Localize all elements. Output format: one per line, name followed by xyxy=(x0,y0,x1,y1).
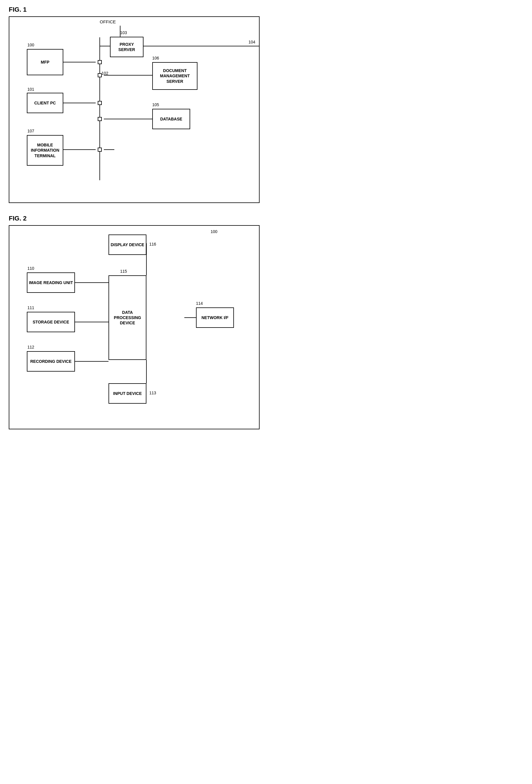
network-ref: 114 xyxy=(196,301,203,306)
fig2-container: 100 IMAGE READING UNIT 110 STORAGE DEVIC… xyxy=(9,225,259,429)
connector-doc xyxy=(98,73,102,77)
proxy-server-ref: 103 xyxy=(120,30,127,35)
input-ref: 113 xyxy=(149,391,156,395)
connector-mobile xyxy=(98,147,102,152)
display-node: DISPLAY DEVICE xyxy=(109,234,146,255)
connector-client xyxy=(98,101,102,105)
client-pc-node: CLIENT PC xyxy=(27,93,63,113)
doc-mgmt-ref: 106 xyxy=(152,56,159,60)
data-processing-ref: 115 xyxy=(120,269,127,274)
bus-ref: 102 xyxy=(102,71,108,76)
data-processing-node: DATA PROCESSING DEVICE xyxy=(109,275,146,360)
storage-node: STORAGE DEVICE xyxy=(27,312,75,332)
display-ref: 116 xyxy=(149,242,156,247)
fig1-label: FIG. 1 xyxy=(9,6,257,13)
doc-mgmt-node: DOCUMENT MANAGEMENT SERVER xyxy=(152,62,197,90)
internet-ref: 104 xyxy=(249,40,255,44)
recording-ref: 112 xyxy=(27,345,34,349)
database-node: DATABASE xyxy=(152,109,190,129)
storage-ref: 111 xyxy=(27,305,34,310)
connector-db xyxy=(98,117,102,121)
fig2-mfp-ref: 100 xyxy=(211,229,217,234)
network-node: NETWORK I/F xyxy=(196,307,234,328)
database-ref: 105 xyxy=(152,102,159,107)
image-reading-node: IMAGE READING UNIT xyxy=(27,273,75,293)
fig1-container: OFFICE MFP 100 CLIENT PC 101 MOBILE INFO… xyxy=(9,16,259,203)
mobile-node: MOBILE INFORMATION TERMINAL xyxy=(27,135,63,166)
mobile-ref: 107 xyxy=(27,129,34,133)
input-node: INPUT DEVICE xyxy=(109,383,146,404)
office-label: OFFICE xyxy=(100,19,116,24)
client-pc-ref: 101 xyxy=(27,87,34,91)
mfp-ref: 100 xyxy=(27,43,34,47)
proxy-server-node: PROXY SERVER xyxy=(110,37,143,57)
connector-mfp xyxy=(98,60,102,64)
recording-node: RECORDING DEVICE xyxy=(27,351,75,371)
mfp-node: MFP xyxy=(27,49,63,75)
fig2-label: FIG. 2 xyxy=(9,215,257,222)
image-reading-ref: 110 xyxy=(27,266,34,271)
